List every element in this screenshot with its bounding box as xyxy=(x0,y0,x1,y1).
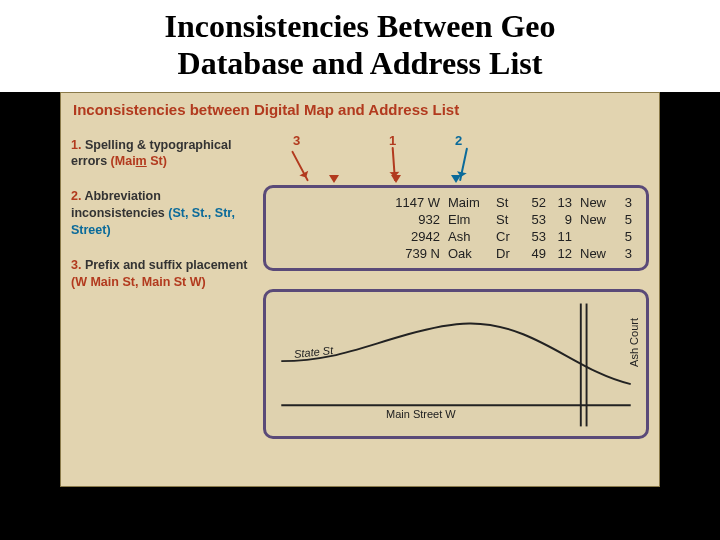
legend-num: 1. xyxy=(71,138,81,152)
address-table-panel: 1147 WMaimSt5213New3932ElmSt539New52942A… xyxy=(263,185,649,271)
cell-c: New xyxy=(576,211,618,228)
cell-d: 5 xyxy=(618,228,636,245)
callout-number-2: 2 xyxy=(455,133,462,148)
triangle-marker-icon xyxy=(391,175,401,188)
cell-a: 53 xyxy=(520,228,550,245)
cell-a: 53 xyxy=(520,211,550,228)
right-column: 3 1 2 1147 WMaimSt5213New3932ElmSt539New… xyxy=(263,133,649,439)
legend-item-3: 3. Prefix and suffix placement (W Main S… xyxy=(71,257,251,291)
legend-text: Prefix and suffix placement xyxy=(85,258,248,272)
cell-a: 49 xyxy=(520,245,550,262)
cell-b: 13 xyxy=(550,194,576,211)
table-row: 2942AshCr53115 xyxy=(276,228,636,245)
legend-num: 3. xyxy=(71,258,81,272)
cell-c: New xyxy=(576,194,618,211)
diagram-panel: Inconsistencies between Digital Map and … xyxy=(60,92,660,487)
cell-b: 11 xyxy=(550,228,576,245)
slide-title: Inconsistencies Between Geo Database and… xyxy=(0,0,720,92)
legend-highlight: (W Main St, Main St W) xyxy=(71,275,206,289)
legend-num: 2. xyxy=(71,189,81,203)
cell-d: 3 xyxy=(618,194,636,211)
callout-arrows: 3 1 2 xyxy=(263,133,649,185)
legend-list: 1. Spelling & typographical errors (Maim… xyxy=(71,137,251,309)
cell-addr: 2942 xyxy=(276,228,444,245)
table-row: 739 NOakDr4912New3 xyxy=(276,245,636,262)
triangle-marker-icon xyxy=(329,175,339,188)
map-sketch-icon xyxy=(266,292,646,436)
legend-text: Abbreviation inconsistencies xyxy=(71,189,168,220)
legend-item-1: 1. Spelling & typographical errors (Maim… xyxy=(71,137,251,171)
callout-number-3: 3 xyxy=(293,133,300,148)
cell-d: 3 xyxy=(618,245,636,262)
cell-addr: 1147 W xyxy=(276,194,444,211)
cell-a: 52 xyxy=(520,194,550,211)
table-row: 932ElmSt539New5 xyxy=(276,211,636,228)
map-label-main-st-w: Main Street W xyxy=(386,408,456,420)
callout-number-1: 1 xyxy=(389,133,396,148)
cell-addr: 739 N xyxy=(276,245,444,262)
diagram-title: Inconsistencies between Digital Map and … xyxy=(61,93,659,128)
map-panel: State St Main Street W Ash Court xyxy=(263,289,649,439)
cell-suffix: Cr xyxy=(492,228,520,245)
cell-b: 9 xyxy=(550,211,576,228)
map-label-ash-court: Ash Court xyxy=(628,318,640,367)
cell-street: Elm xyxy=(444,211,492,228)
cell-c xyxy=(576,228,618,245)
cell-d: 5 xyxy=(618,211,636,228)
slide-title-line1: Inconsistencies Between Geo xyxy=(12,8,708,45)
cell-suffix: St xyxy=(492,211,520,228)
arrow-icon xyxy=(291,150,309,181)
cell-addr: 932 xyxy=(276,211,444,228)
cell-street: Maim xyxy=(444,194,492,211)
cell-street: Ash xyxy=(444,228,492,245)
cell-c: New xyxy=(576,245,618,262)
table-row: 1147 WMaimSt5213New3 xyxy=(276,194,636,211)
legend-highlight: (Maim St) xyxy=(111,154,167,168)
triangle-marker-icon xyxy=(451,175,461,188)
cell-b: 12 xyxy=(550,245,576,262)
legend-item-2: 2. Abbreviation inconsistencies (St, St.… xyxy=(71,188,251,239)
slide-title-line2: Database and Address List xyxy=(12,45,708,82)
address-table: 1147 WMaimSt5213New3932ElmSt539New52942A… xyxy=(276,194,636,262)
cell-street: Oak xyxy=(444,245,492,262)
cell-suffix: Dr xyxy=(492,245,520,262)
cell-suffix: St xyxy=(492,194,520,211)
